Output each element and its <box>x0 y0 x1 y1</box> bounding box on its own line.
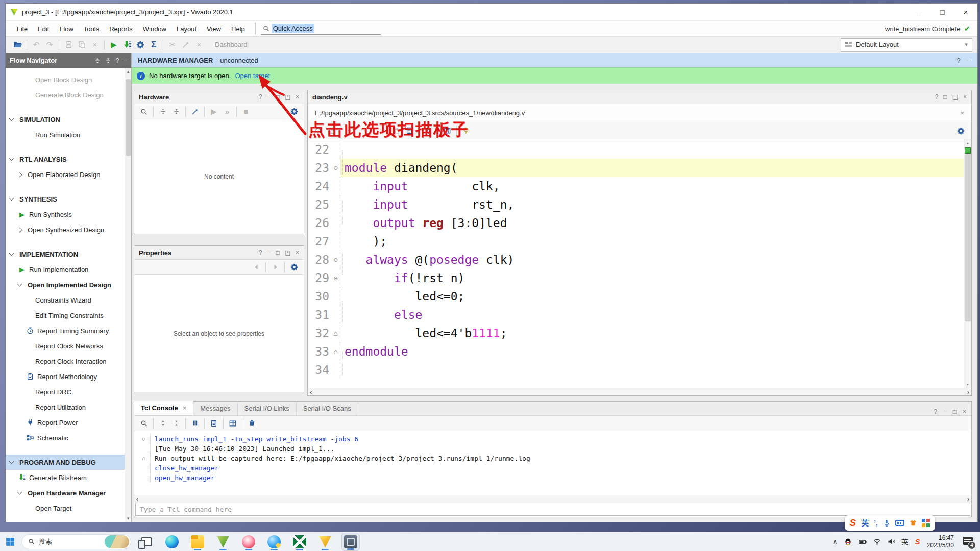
wifi-icon[interactable] <box>873 538 881 545</box>
tcl-horizontal-scrollbar[interactable]: ‹ › <box>134 495 971 503</box>
flow-nav-rtl-analysis[interactable]: RTL ANALYSIS <box>6 152 131 167</box>
maximize-icon[interactable]: □ <box>943 93 947 101</box>
scroll-right-icon[interactable]: › <box>967 495 969 503</box>
report-icon[interactable] <box>226 417 239 430</box>
float-icon[interactable]: ◳ <box>285 93 290 101</box>
redo-button[interactable]: ↷ <box>43 39 56 51</box>
microphone-icon[interactable] <box>883 519 890 527</box>
code-line-22[interactable]: 22 <box>308 140 964 159</box>
fold-open-icon[interactable]: ⊖ <box>137 434 151 444</box>
flow-nav-open-implemented-design[interactable]: Open Implemented Design <box>6 277 131 292</box>
flow-nav-constraints-wizard[interactable]: Constraints Wizard <box>6 292 131 308</box>
open-project-button[interactable] <box>11 39 24 51</box>
vivado-2-icon[interactable] <box>316 533 334 551</box>
tcl-log-line[interactable]: close_hw_manager <box>134 463 971 473</box>
scrollbar-thumb[interactable] <box>965 147 971 321</box>
scroll-down-icon[interactable]: ▾ <box>125 515 131 522</box>
columns-icon[interactable] <box>440 124 454 137</box>
volume-muted-icon[interactable] <box>888 538 895 545</box>
forward-icon[interactable] <box>268 261 282 273</box>
flow-nav-report-methodology[interactable]: Report Methodology <box>6 369 131 384</box>
menu-tools[interactable]: Tools <box>79 23 104 35</box>
cancel-disabled-button[interactable]: × <box>192 39 206 51</box>
flow-nav-generate-block-design[interactable]: Generate Block Design <box>6 87 131 103</box>
cut-icon[interactable]: ✂ <box>376 124 389 137</box>
code-line-28[interactable]: 28⊖ always @(posedge clk) <box>308 251 964 269</box>
back-icon[interactable] <box>250 261 263 273</box>
redo-icon[interactable]: ↷ <box>357 124 371 137</box>
flow-nav-open-synthesized-design[interactable]: Open Synthesized Design <box>6 222 131 237</box>
close-icon[interactable]: × <box>963 93 967 101</box>
save-icon[interactable] <box>325 124 338 137</box>
edit-disabled-button[interactable] <box>179 39 192 51</box>
gear-icon[interactable] <box>954 124 967 137</box>
fold-open-icon[interactable]: ⊖ <box>331 251 340 269</box>
qq-app-icon[interactable] <box>265 533 283 551</box>
flow-nav-report-clock-interaction[interactable]: Report Clock Interaction <box>6 354 131 369</box>
menu-help[interactable]: Help <box>226 23 250 35</box>
close-icon[interactable]: × <box>296 249 299 256</box>
help-icon[interactable]: ? <box>935 93 939 101</box>
undo-button[interactable]: ↶ <box>30 39 43 51</box>
code-line-34[interactable]: 34 <box>308 361 964 379</box>
minimize-icon[interactable]: – <box>267 249 271 256</box>
code-line-30[interactable]: 30 led<=0; <box>308 287 964 306</box>
settings-button[interactable] <box>134 39 147 51</box>
maximize-icon[interactable]: □ <box>276 249 279 256</box>
layout-selector[interactable]: Default Layout ▾ <box>841 38 972 52</box>
code-line-23[interactable]: 23⊖module diandeng( <box>308 159 964 177</box>
menu-window[interactable]: Window <box>138 23 172 35</box>
collapse-all-icon[interactable] <box>156 106 169 118</box>
hardware-panel-header[interactable]: Hardware ? – □ ◳ × <box>134 90 304 104</box>
copy-log-icon[interactable] <box>207 417 220 430</box>
menu-flow[interactable]: Flow <box>54 23 78 35</box>
search-highlight-image[interactable] <box>105 535 129 548</box>
flow-nav-open-elaborated-design[interactable]: Open Elaborated Design <box>6 167 131 182</box>
menu-reports[interactable]: Reports <box>104 23 138 35</box>
gear-icon[interactable] <box>287 106 301 118</box>
excel-icon[interactable] <box>290 533 309 551</box>
task-view-icon[interactable] <box>137 533 156 551</box>
maximize-icon[interactable]: □ <box>953 408 957 415</box>
tcl-log-line[interactable]: ⌂Run output will be captured here: E:/fp… <box>134 454 971 463</box>
cut-disabled-button[interactable]: ✂ <box>166 39 179 51</box>
fold-close-icon[interactable]: ⌂ <box>137 454 151 463</box>
search-icon[interactable] <box>137 106 151 118</box>
tab-serial-i-o-scans[interactable]: Serial I/O Scans <box>297 401 358 415</box>
flow-nav-open-block-design[interactable]: Open Block Design <box>6 72 131 87</box>
dashboard-label[interactable]: Dashboard <box>215 41 248 48</box>
code-line-32[interactable]: 32⌂ led<=4'b1111; <box>308 324 964 342</box>
tcl-command-input[interactable]: Type a Tcl command here <box>135 503 970 516</box>
help-icon[interactable]: ? <box>934 408 937 415</box>
collapse-all-icon[interactable] <box>94 58 101 64</box>
fold-close-icon[interactable]: ⌂ <box>331 324 340 342</box>
vivado-icon[interactable] <box>214 533 232 551</box>
scroll-down-icon[interactable]: ▾ <box>964 381 971 388</box>
tcl-log-line[interactable]: [Tue May 30 16:46:10 2023] Launched impl… <box>134 444 971 454</box>
flow-nav-schematic[interactable]: Schematic <box>6 430 131 445</box>
close-icon[interactable]: × <box>963 408 966 415</box>
edge-icon[interactable] <box>163 533 181 551</box>
maximize-button[interactable]: □ <box>930 4 954 20</box>
help-icon[interactable]: ? <box>957 57 961 64</box>
generate-bitstream-button[interactable] <box>120 39 134 51</box>
flow-nav-report-clock-networks[interactable]: Report Clock Networks <box>6 338 131 354</box>
flow-nav-run-simulation[interactable]: Run Simulation <box>6 127 131 142</box>
stop-icon[interactable]: ■ <box>239 106 253 118</box>
minimize-button[interactable]: – <box>907 4 930 20</box>
tcl-log[interactable]: ⊖launch_runs impl_1 -to_step write_bitst… <box>134 431 971 495</box>
search-icon[interactable] <box>312 124 325 137</box>
scroll-up-icon[interactable]: ▴ <box>125 68 131 75</box>
maximize-icon[interactable]: □ <box>276 93 279 101</box>
code-line-31[interactable]: 31 else <box>308 306 964 324</box>
flow-nav-run-implementation[interactable]: ▶Run Implementation <box>6 262 131 277</box>
flow-nav-edit-timing-constraints[interactable]: Edit Timing Constraints <box>6 308 131 323</box>
copy-icon[interactable] <box>389 124 403 137</box>
close-button[interactable]: × <box>954 4 977 20</box>
code-line-29[interactable]: 29⊖ if(!rst_n) <box>308 269 964 287</box>
ime-menu-icon[interactable] <box>922 519 930 527</box>
open-target-link[interactable]: Open target <box>235 72 270 80</box>
ime-language-indicator[interactable]: 英 <box>902 537 909 546</box>
close-icon[interactable]: × <box>183 404 187 412</box>
scroll-up-icon[interactable]: ▴ <box>964 139 971 146</box>
